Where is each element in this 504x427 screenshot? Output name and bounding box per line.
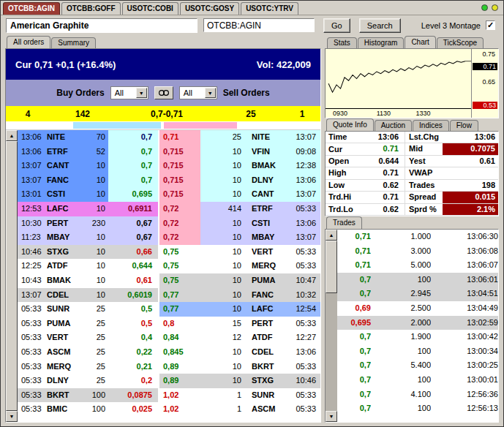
buy-time: 05:33 [18, 345, 47, 360]
title-tab-ytrv[interactable]: USOTC:YTRV [241, 2, 298, 15]
quote-label: Open [326, 156, 356, 167]
buy-price: 0,6019 [108, 288, 159, 303]
quote-value: 0.015 [443, 192, 498, 203]
title-tab-gosy[interactable]: USOTC:GOSY [180, 2, 239, 15]
order-book-row[interactable]: 13:07CANT100,70,71510BMAK12:38 [18, 159, 320, 173]
scroll-up-icon[interactable]: ▲ [326, 230, 337, 241]
order-book-row[interactable]: 12:53LAFC100,69110,72414ETRF05:33 [18, 202, 320, 216]
tab-auction[interactable]: Auction [375, 120, 412, 131]
order-book-row[interactable]: 05:33DLNY250,20,8910STXG10:46 [18, 374, 320, 388]
yellow-dot-icon[interactable] [492, 4, 498, 11]
scrollbar-thumb[interactable] [6, 141, 18, 411]
trades-list: ▲ ▼ 0,711.00013:06:300,713.00013:06:080,… [325, 229, 499, 423]
column-header-strip [6, 121, 320, 130]
scroll-down-icon[interactable]: ▼ [326, 411, 337, 422]
trade-size: 4.100 [371, 388, 431, 402]
link-filters-button[interactable] [154, 86, 173, 99]
search-button[interactable]: Search [359, 18, 401, 33]
quote-info-row: Low0.62Trades198 [326, 180, 498, 192]
trade-row: 0,713.00013:06:08 [337, 244, 498, 259]
trade-price: 0,695 [337, 316, 371, 330]
order-book-row[interactable]: 10:43BMAK100,610,7510PUMA10:47 [18, 273, 320, 288]
chevron-down-icon[interactable]: ▼ [205, 88, 216, 98]
title-tab-agin[interactable]: OTCBB:AGIN [3, 2, 60, 15]
buy-price: 0,7 [108, 159, 159, 173]
sell-time: 13:06 [279, 345, 320, 360]
order-book-scrollbar[interactable]: ▲ ▼ [6, 130, 18, 422]
trade-price: 0,71 [337, 258, 371, 273]
buy-time: 10:43 [18, 273, 47, 288]
sell-price: 0,71 [159, 130, 200, 145]
sell-size: 10 [200, 259, 246, 273]
order-book-row[interactable]: 12:25ATDF100,6440,7510MERQ05:33 [18, 259, 320, 273]
order-book-row[interactable]: 10:30PERT2300,670,7210CSTI13:06 [18, 216, 320, 231]
buy-size: 10 [79, 202, 108, 216]
tab-tickscope[interactable]: TickScope [437, 37, 484, 48]
trade-time: 12:56:36 [431, 388, 498, 402]
level1-bar: 4 142 0,7-0,71 25 1 [6, 106, 320, 121]
scrollbar-thumb[interactable] [326, 241, 337, 293]
order-book-rows: 13:06NITE700,70,7125NITE13:0713:06ETRF52… [18, 130, 320, 422]
order-book-row[interactable]: 13:06NITE700,70,7125NITE13:07 [18, 130, 320, 145]
tab-stats[interactable]: Stats [327, 37, 357, 48]
trades-scrollbar[interactable]: ▲ ▼ [326, 230, 337, 422]
title-tab-cobi[interactable]: USOTC:COBI [122, 2, 178, 15]
order-book-row[interactable]: 05:33SUNR250,50,7710LAFC12:54 [18, 302, 320, 317]
quote-label: Lst.Chg [405, 132, 443, 143]
order-book-row[interactable]: 05:33BKRT1000,08751,021SUNR05:33 [18, 388, 320, 403]
tab-histogram[interactable]: Histogram [358, 37, 405, 48]
quote-value [443, 167, 498, 178]
order-book-row[interactable]: 13:07FANC100,70,71510DLNY13:06 [18, 173, 320, 188]
sell-price: 0,8 [159, 317, 200, 331]
tab-trades[interactable]: Trades [326, 216, 362, 229]
quote-value: 13:06 [356, 132, 405, 143]
sell-market-maker: LAFC [246, 302, 279, 317]
tab-quote-info[interactable]: Quote Info [326, 118, 374, 131]
scrollbar-track[interactable] [326, 293, 337, 411]
buy-filter-select[interactable]: All ▼ [110, 86, 148, 99]
buy-size: 10 [79, 273, 108, 288]
trade-row: 0,710012:56:13 [337, 401, 498, 416]
sell-price: 0,77 [159, 288, 200, 303]
price-line-chart [326, 49, 471, 108]
sell-market-maker: PERT [246, 317, 279, 331]
chevron-down-icon[interactable]: ▼ [136, 88, 147, 98]
go-button[interactable]: Go [323, 18, 350, 33]
buy-market-maker: VERT [47, 330, 79, 345]
order-book-row[interactable]: 05:33MERQ250,210,8910BKRT05:33 [18, 360, 320, 374]
quote-info-row: Trd.Hi0.71Spread0.015 [326, 192, 498, 203]
tab-all-orders[interactable]: All orders [7, 36, 50, 48]
scroll-down-icon[interactable]: ▼ [6, 411, 18, 422]
sell-filter-select[interactable]: All ▼ [179, 86, 217, 99]
order-book-row[interactable]: 10:46STXG100,660,7510VERT05:33 [18, 245, 320, 260]
level3-montage-checkbox[interactable]: ✓ [486, 20, 495, 30]
tab-flow[interactable]: Flow [450, 120, 478, 131]
order-book-row[interactable]: 05:33BMIC1000,0251,021ASCM05:33 [18, 402, 320, 417]
symbol-input[interactable] [203, 18, 315, 32]
order-book-row[interactable]: 11:23MBAY100,670,7210MBAY13:07 [18, 230, 320, 245]
tab-chart[interactable]: Chart [405, 36, 435, 48]
tab-summary[interactable]: Summary [51, 37, 96, 48]
order-book-row[interactable]: 05:33VERT250,40,8412ATDF12:27 [18, 330, 320, 345]
sell-time: 10:46 [279, 374, 320, 388]
buy-size: 100 [79, 402, 108, 417]
buy-price: 0,0875 [108, 388, 159, 403]
title-tab-goff[interactable]: OTCBB:GOFF [61, 2, 121, 15]
buy-size: 10 [79, 288, 108, 303]
green-dot-icon[interactable] [481, 4, 488, 11]
trade-time: 13:00:01 [431, 373, 498, 388]
tab-indices[interactable]: Indices [413, 120, 449, 131]
trade-price: 0,71 [337, 230, 371, 244]
quote-value: 0.71 [356, 167, 405, 178]
sell-market-maker: CANT [246, 187, 279, 202]
order-book-row[interactable]: 05:33PUMA250,50,815PERT05:33 [18, 317, 320, 331]
order-book-row[interactable]: 05:33ASCM250,220,84510CDEL13:06 [18, 345, 320, 360]
sell-market-maker: MERQ [246, 259, 279, 273]
scroll-up-icon[interactable]: ▲ [6, 130, 18, 141]
order-book-row[interactable]: 13:07CDEL100,60190,7710FANC10:32 [18, 288, 320, 303]
sell-size: 10 [200, 302, 246, 317]
sell-market-maker: DLNY [246, 173, 279, 188]
info-panel: 0930 1130 1330 0.75 0.71 0.65 0.53 Quote… [325, 48, 499, 423]
order-book-row[interactable]: 13:01CSTI100,6950,71510CANT13:07 [18, 187, 320, 202]
order-book-row[interactable]: 13:06ETRF520,70,71510VFIN09:08 [18, 145, 320, 159]
